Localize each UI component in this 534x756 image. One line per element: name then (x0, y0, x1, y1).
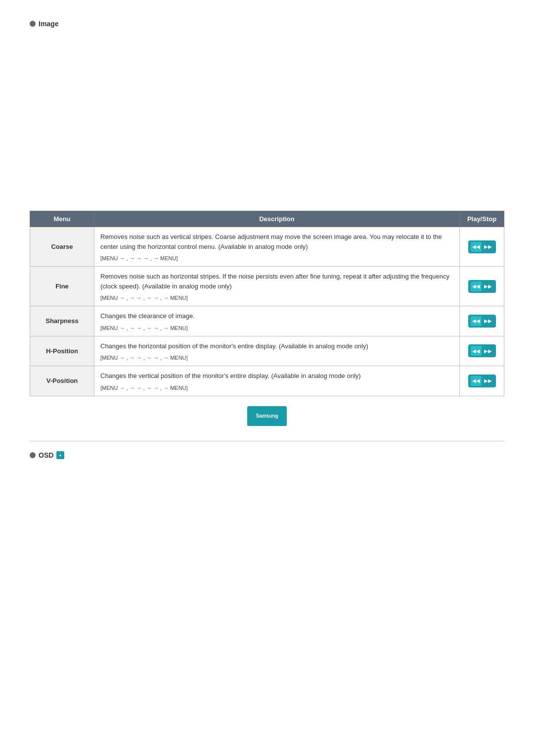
osd-section-header: OSD ▪ (30, 451, 504, 459)
menu-nav-2: [MENU → , → → , → → , → MENU] (100, 325, 453, 331)
demo-image: Samsung (247, 406, 287, 426)
play-icon-1: ◀◀ (471, 282, 482, 291)
playstop-button-0[interactable]: ◀◀▶▶ (468, 240, 496, 253)
menu-cell-fine: Fine (30, 267, 94, 306)
image-section-icon (30, 21, 36, 27)
menu-nav-1: [MENU → , → → , → → , → MENU] (100, 295, 453, 301)
table-row: V-PositionChanges the vertical position … (30, 366, 504, 396)
stop-icon-2: ▶▶ (483, 316, 493, 326)
stop-icon-4: ▶▶ (483, 376, 493, 386)
playstop-cell-1[interactable]: ◀◀▶▶ (460, 267, 504, 306)
table-row: CoarseRemoves noise such as vertical str… (30, 227, 504, 267)
image-settings-table: Menu Description Play/Stop CoarseRemoves… (30, 211, 504, 396)
play-icon-3: ◀◀ (471, 346, 482, 356)
desc-main-text-2: Changes the clearance of image. (100, 311, 453, 321)
demo-image-container: Samsung (30, 406, 504, 426)
desc-main-text-3: Changes the horizontal position of the m… (100, 341, 453, 351)
menu-cell-coarse: Coarse (30, 227, 94, 267)
table-row: FineRemoves noise such as horizontal str… (30, 267, 504, 306)
desc-main-text-1: Removes noise such as horizontal stripes… (100, 272, 453, 291)
desc-cell-1: Removes noise such as horizontal stripes… (94, 267, 460, 306)
desc-cell-3: Changes the horizontal position of the m… (94, 336, 460, 366)
menu-nav-0: [MENU → , → → → , → MENU] (100, 255, 453, 261)
playstop-button-2[interactable]: ◀◀▶▶ (468, 315, 496, 328)
content-spacer-top (30, 38, 504, 211)
section-divider (30, 441, 504, 441)
menu-nav-3: [MENU → , → → , → → , → MENU] (100, 355, 453, 361)
playstop-cell-0[interactable]: ◀◀▶▶ (460, 227, 504, 267)
osd-section-icon (30, 452, 36, 458)
menu-nav-4: [MENU → , → → , → → , → MENU] (100, 385, 453, 391)
menu-cell-vposition: V-Position (30, 366, 94, 396)
play-icon-4: ◀◀ (471, 376, 482, 386)
stop-icon-3: ▶▶ (483, 346, 493, 356)
demo-image-label: Samsung (256, 413, 278, 419)
osd-section-title: OSD (39, 451, 53, 459)
table-row: H-PositionChanges the horizontal positio… (30, 336, 504, 366)
col-header-playstop: Play/Stop (460, 211, 504, 227)
desc-cell-2: Changes the clearance of image.[MENU → ,… (94, 306, 460, 336)
desc-main-text-0: Removes noise such as vertical stripes. … (100, 232, 453, 251)
col-header-menu: Menu (30, 211, 94, 227)
play-icon-2: ◀◀ (471, 316, 482, 326)
desc-cell-0: Removes noise such as vertical stripes. … (94, 227, 460, 267)
stop-icon-1: ▶▶ (483, 282, 493, 291)
table-row: SharpnessChanges the clearance of image.… (30, 306, 504, 336)
image-section-title: Image (39, 20, 58, 28)
playstop-cell-3[interactable]: ◀◀▶▶ (460, 336, 504, 366)
playstop-button-1[interactable]: ◀◀▶▶ (468, 280, 496, 293)
stop-icon-0: ▶▶ (483, 242, 493, 252)
image-section-header: Image (30, 20, 504, 28)
playstop-button-4[interactable]: ◀◀▶▶ (468, 375, 496, 387)
osd-badge: ▪ (56, 451, 64, 459)
playstop-button-3[interactable]: ◀◀▶▶ (468, 344, 496, 357)
menu-cell-sharpness: Sharpness (30, 306, 94, 336)
desc-main-text-4: Changes the vertical position of the mon… (100, 371, 453, 381)
playstop-cell-2[interactable]: ◀◀▶▶ (460, 306, 504, 336)
desc-cell-4: Changes the vertical position of the mon… (94, 366, 460, 396)
col-header-description: Description (94, 211, 460, 227)
playstop-cell-4[interactable]: ◀◀▶▶ (460, 366, 504, 396)
menu-cell-hposition: H-Position (30, 336, 94, 366)
play-icon-0: ◀◀ (471, 242, 482, 252)
